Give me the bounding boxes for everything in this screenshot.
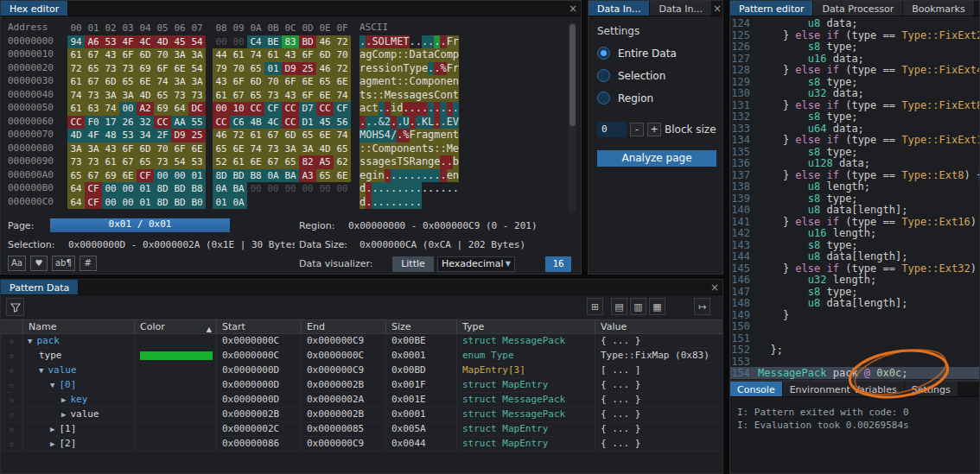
code-line[interactable]: 146 u32 length; [730, 274, 979, 286]
hex-byte[interactable]: 65 [154, 89, 171, 103]
ascii-char[interactable]: p [391, 142, 397, 156]
ascii-char[interactable]: M [360, 129, 366, 142]
ascii-char[interactable]: . [410, 35, 416, 49]
ascii-char[interactable]: t [422, 48, 428, 62]
ascii-char[interactable]: e [385, 155, 391, 169]
ascii-char[interactable]: O [379, 35, 385, 49]
ascii-char[interactable]: t [360, 89, 366, 103]
hex-byte[interactable]: 72 [230, 129, 247, 142]
column-header-type[interactable]: Type [457, 320, 595, 333]
column-header-start[interactable]: Start [217, 320, 302, 333]
hex-byte[interactable]: C6 [230, 116, 247, 130]
ascii-char[interactable]: n [422, 155, 428, 169]
ascii-char[interactable]: e [447, 169, 453, 183]
hex-byte[interactable]: 6F [119, 142, 137, 156]
ascii-char[interactable]: M [391, 35, 397, 49]
ascii-char[interactable]: . [360, 116, 366, 130]
ascii-char[interactable]: e [440, 129, 446, 142]
ascii-char[interactable]: C [372, 48, 378, 62]
hex-byte[interactable]: 6E [119, 169, 137, 183]
hex-byte[interactable]: 67 [85, 75, 102, 89]
ascii-char[interactable]: K [422, 116, 428, 130]
favorite-toggle-icon[interactable]: ♥ [30, 256, 48, 271]
ascii-char[interactable]: . [434, 116, 440, 130]
hex-byte[interactable]: 8D [154, 196, 171, 210]
ascii-char[interactable]: : [366, 142, 372, 156]
ascii-char[interactable]: . [372, 182, 378, 196]
hex-byte[interactable]: 65 [247, 62, 264, 76]
ascii-char[interactable]: e [434, 155, 440, 169]
column-header-end[interactable]: End [302, 320, 386, 333]
hex-byte[interactable]: 00 [119, 102, 137, 116]
code-line[interactable]: 143 s8 type; [730, 239, 979, 251]
ascii-char[interactable]: m [372, 75, 378, 89]
ascii-char[interactable]: n [403, 142, 409, 156]
ascii-char[interactable]: C [434, 48, 440, 62]
code-line[interactable]: 140 u8 data[length]; [730, 204, 979, 216]
code-line[interactable]: 149 } [730, 309, 979, 321]
ascii-char[interactable]: b [453, 155, 459, 169]
filter-button[interactable] [6, 298, 24, 316]
pattern-table-row[interactable]: ☆▶value0x0000002B0x0000002B0x0001struct … [1, 408, 722, 422]
code-line[interactable]: 148 u8 data[length]; [730, 297, 979, 309]
case-toggle-icon[interactable]: Aa [8, 256, 26, 271]
hex-byte[interactable]: 17 [102, 116, 119, 130]
ascii-char[interactable]: a [422, 129, 428, 142]
ascii-char[interactable]: . [385, 102, 391, 116]
code-line[interactable]: 135 s8 type; [730, 146, 979, 158]
ascii-char[interactable]: : [360, 142, 366, 156]
close-icon[interactable]: × [707, 280, 722, 294]
hex-byte[interactable]: 4D [67, 129, 85, 142]
ascii-char[interactable]: a [428, 48, 434, 62]
ascii-char[interactable]: . [434, 62, 440, 76]
ascii-char[interactable]: . [379, 182, 385, 196]
hex-byte[interactable]: 6E [137, 75, 154, 89]
hex-byte[interactable]: 6F [119, 48, 137, 62]
ascii-char[interactable]: . [379, 102, 385, 116]
ascii-char[interactable]: t [453, 89, 459, 103]
hex-byte[interactable]: 6D [137, 142, 154, 156]
hex-byte[interactable]: 00 [230, 35, 247, 49]
tab-settings[interactable]: Settings [905, 382, 958, 396]
hex-byte[interactable]: 00 [102, 196, 119, 210]
hex-byte[interactable]: 43 [282, 89, 299, 103]
ascii-char[interactable]: T [403, 62, 409, 76]
hex-byte[interactable]: CF [264, 102, 282, 116]
code-line[interactable]: 141 } else if (type == Type::Ext16) { [730, 216, 979, 228]
code-line[interactable]: 152 }; [730, 344, 979, 356]
hex-byte[interactable]: CF [85, 196, 102, 210]
ascii-char[interactable]: . [416, 102, 422, 116]
hex-byte[interactable]: 6F [282, 75, 299, 89]
ascii-char[interactable]: . [366, 196, 372, 210]
ascii-char[interactable]: : [397, 48, 403, 62]
hex-byte[interactable]: 69 [154, 102, 171, 116]
ascii-char[interactable]: n [453, 75, 459, 89]
ascii-char[interactable]: . [366, 35, 372, 49]
ascii-char[interactable]: : [372, 89, 378, 103]
code-line[interactable]: 139 s8 type; [730, 193, 979, 205]
ascii-char[interactable]: s [372, 62, 378, 76]
ascii-char[interactable]: . [372, 196, 378, 210]
hex-byte[interactable]: 6D [282, 129, 299, 142]
code-line[interactable]: 133 u64 data; [730, 123, 979, 135]
ascii-char[interactable]: p [391, 48, 397, 62]
hex-byte[interactable]: CC [282, 102, 299, 116]
hex-byte[interactable]: 55 [188, 116, 206, 130]
ascii-char[interactable]: p [428, 75, 434, 89]
hex-byte[interactable]: 70 [154, 142, 171, 156]
hex-byte[interactable]: D9 [282, 62, 299, 76]
ascii-char[interactable]: . [391, 196, 397, 210]
code-line[interactable]: 127 u16 data; [730, 53, 979, 65]
ascii-char[interactable]: s [397, 89, 403, 103]
analyze-button[interactable]: Analyze page [597, 150, 716, 167]
code-line[interactable]: 147 s8 type; [730, 286, 979, 298]
ascii-char[interactable]: s [366, 89, 372, 103]
hex-byte[interactable]: 6E [316, 129, 334, 142]
ascii-paragraph-toggle-icon[interactable]: ab¶ [52, 256, 75, 271]
code-line[interactable]: 137 } else if (type == Type::Ext8) { [730, 169, 979, 181]
radio-option-selection[interactable]: Selection [597, 69, 722, 82]
hex-byte[interactable]: 53 [188, 155, 206, 169]
hex-byte[interactable]: 2F [154, 129, 171, 142]
hex-byte[interactable]: 94 [67, 35, 85, 49]
ascii-char[interactable]: i [391, 102, 397, 116]
